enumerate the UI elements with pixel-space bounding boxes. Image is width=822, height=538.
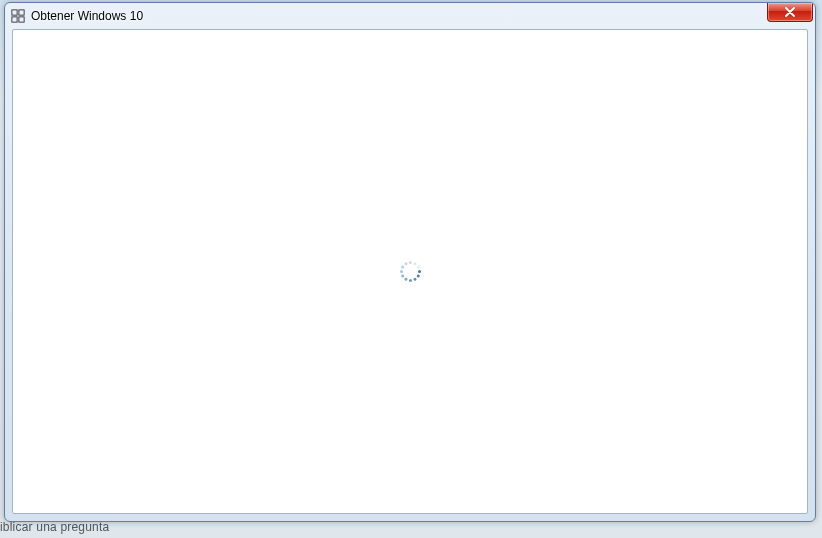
svg-rect-2 [12,17,17,22]
background-partial-text: iblicar una pregunta [0,520,109,534]
close-icon [784,7,796,17]
window-title: Obtener Windows 10 [31,9,809,23]
loading-spinner-icon [399,261,421,283]
dialog-window: Obtener Windows 10 [4,2,816,522]
close-button[interactable] [767,3,813,22]
content-area [12,29,808,514]
svg-rect-0 [12,10,17,15]
titlebar[interactable]: Obtener Windows 10 [5,3,815,29]
svg-rect-1 [19,10,24,15]
svg-rect-3 [19,17,24,22]
windows-logo-icon [11,9,25,23]
